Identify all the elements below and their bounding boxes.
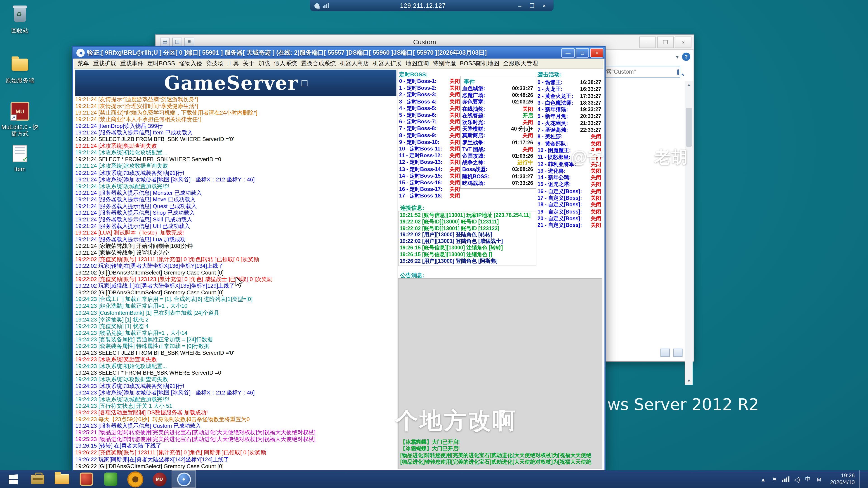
gameserver-titlebar[interactable]: ◄ 验证:[ 9Rfxg\BRL@rilh;U ] 分区[ 0 ]端口[ 559… — [73, 47, 604, 59]
taskbar-clock[interactable]: 19:26 2026/4/10 — [827, 473, 855, 486]
open-icon[interactable]: ◳ — [172, 38, 182, 46]
minimize-button[interactable]: – — [640, 37, 656, 48]
close-button[interactable]: × — [590, 48, 603, 58]
rdp-close-button[interactable]: × — [538, 1, 550, 10]
menu-item[interactable]: 关于 — [243, 59, 254, 67]
taskbar-item-mu-red-app[interactable] — [74, 470, 98, 488]
log-line: 19:21:24 [冰攻系统]攻城配置加载完毕! — [75, 183, 396, 190]
desktop-icon-item[interactable]: ✓ Item — [0, 143, 40, 172]
close-button[interactable]: × — [675, 37, 691, 48]
taskbar-item-file-explorer[interactable] — [50, 470, 74, 488]
desktop-icon-recycle-bin[interactable]: 回收站 — [0, 4, 40, 34]
grid-view-icon[interactable] — [660, 349, 670, 357]
taskbar-item-mu-launcher[interactable]: MU — [147, 470, 172, 488]
print-icon[interactable]: ≡ — [184, 38, 194, 46]
taskbar-item-server-manager[interactable] — [26, 470, 50, 488]
boss-name: 9 - 定时Boss-10: — [399, 139, 439, 145]
tray-input-indicator[interactable]: M — [816, 476, 822, 482]
rdp-minimize-button[interactable]: – — [514, 1, 526, 10]
connection-line: 19:22:02 [用户][13000] 登陆角色 [转转] — [400, 232, 535, 238]
save-icon[interactable]: ▤ — [160, 38, 170, 46]
log-panel[interactable]: 19:21:24 [友情提示*]适度游戏益脑*沉迷游戏伤身*]19:21:24 … — [75, 96, 396, 469]
scrollbar[interactable]: ▲ ▼ — [685, 81, 692, 385]
log-line: 19:24:23 [CustomItemBank] [1] 已在列表中加载 [2… — [75, 310, 396, 316]
rdp-restore-button[interactable]: ❐ — [526, 1, 538, 10]
shortcut-arrow-icon: ↗ — [11, 115, 17, 121]
chevron-down-icon[interactable]: ▾ — [676, 54, 679, 60]
menu-item[interactable]: 怪物入侵 — [179, 59, 202, 67]
event-row: 在线抽奖: 关闭 — [462, 105, 533, 112]
menu-item[interactable]: 工具 — [227, 59, 239, 67]
raid-state: 关闭 — [591, 222, 601, 229]
menu-bar: 菜单重载扩展重载事件定时BOSS怪物入侵竞技场工具关于加载假人系统置换合成系统机… — [74, 59, 603, 69]
start-button[interactable] — [0, 470, 26, 488]
menu-item[interactable]: 重载扩展 — [93, 59, 116, 67]
taskbar-item-sunflower-app[interactable] — [123, 470, 147, 488]
taskbar-item-green-app[interactable] — [98, 470, 123, 488]
event-row: 罗兰战争: 01:17:26 — [462, 139, 533, 146]
scroll-down-arrow[interactable]: ▼ — [685, 377, 692, 385]
menu-item[interactable]: 假人系统 — [274, 59, 297, 67]
log-line: 19:24:23 [冰攻系统]初始化攻城配置... — [75, 363, 396, 369]
log-line: 19:24:23 SELECT * FROM BFB_SBK WHERE Ser… — [75, 369, 396, 377]
menu-item[interactable]: 地图查询 — [405, 59, 429, 67]
raid-row: 19 - 自定义[Boss]: 关闭 — [537, 208, 601, 215]
maximize-button[interactable]: □ — [576, 48, 589, 58]
boss-state: 关闭 — [450, 132, 460, 139]
raid-name: 4 - 新年猎猫: — [537, 106, 568, 113]
maximize-button[interactable]: ❐ — [657, 37, 674, 48]
show-desktop-button[interactable] — [859, 470, 864, 488]
raid-state: 21:33:27 — [580, 120, 601, 127]
desktop-icon-muedit[interactable]: MU↗ MuEdit2.0 - 快捷方式 — [0, 101, 40, 137]
timed-boss-header: 定时BOSS: — [399, 71, 428, 78]
tray-network-icon[interactable] — [782, 477, 789, 482]
event-name: 随机BOSS: — [462, 173, 489, 180]
menu-item[interactable]: 竞技场 — [206, 59, 223, 67]
tray-chevron-up-icon[interactable]: ▲ — [760, 476, 766, 482]
banner-title: GameServer — [164, 72, 298, 94]
scrollbar-thumb[interactable] — [686, 108, 692, 147]
raid-row: 6 - 火花幽灵: 21:33:27 — [537, 120, 601, 127]
search-input[interactable] — [598, 69, 677, 75]
search-icon[interactable] — [677, 69, 679, 75]
scroll-up-arrow[interactable]: ▲ — [685, 81, 692, 89]
list-view-icon[interactable] — [673, 349, 683, 357]
search-box[interactable] — [597, 66, 680, 78]
menu-item[interactable]: BOSS随机地图 — [460, 59, 499, 67]
timed-boss-row: 10 - 定时Boss-11: 关闭 — [399, 145, 460, 152]
timed-boss-row: 7 - 定时Boss-8: 关闭 — [399, 125, 460, 132]
connection-line: 19:21:52 [账号信息][13001] 玩家IP地址 [223.78.25… — [400, 212, 535, 219]
event-name: TvT 团战: — [462, 146, 485, 153]
tray-flag-icon[interactable]: ⚑ — [771, 476, 777, 482]
raid-state: 关闭 — [591, 181, 601, 188]
menu-item[interactable]: 机器人商店 — [340, 59, 369, 67]
menu-item[interactable]: 重载事件 — [120, 59, 143, 67]
window-title: 验证:[ 9Rfxg\BRL@rilh;U ] 分区[ 0 ]端口[ 55901… — [87, 49, 560, 57]
window-icon[interactable]: ◄ — [76, 49, 85, 57]
event-state: 00:48:26 — [512, 92, 533, 99]
menu-item[interactable]: 菜单 — [78, 59, 89, 67]
raid-state: 16:38:27 — [580, 79, 601, 86]
editor-statusbar-icons — [660, 349, 683, 357]
rdp-connection-bar[interactable]: 129.211.12.127 – ❐ × — [310, 0, 554, 11]
desktop-icon-server-folder[interactable]: 原始服务端 — [0, 54, 40, 84]
menu-item[interactable]: 全服聊天管理 — [503, 59, 538, 67]
boss-name: 11 - 定时Boss-12: — [399, 152, 442, 159]
taskbar-item-gameserver[interactable]: ✦ — [172, 470, 196, 488]
event-row: 莫斯商店: 关闭 — [462, 132, 533, 139]
menu-item[interactable]: 定时BOSS — [147, 59, 175, 67]
minimize-button[interactable]: — — [561, 48, 575, 58]
connections-panel[interactable]: 19:21:52 [账号信息][13001] 玩家IP地址 [223.78.25… — [398, 211, 536, 266]
menu-item[interactable]: 置换合成系统 — [301, 59, 336, 67]
log-line: 19:22:02 玩家[威猛战士]在[勇者大陆坐标X[135]坐标Y[129]上… — [75, 283, 396, 290]
tray-language-indicator[interactable]: 中 — [805, 475, 811, 483]
menu-item[interactable]: 特别附魔 — [433, 59, 456, 67]
help-button[interactable]: ? — [682, 53, 690, 61]
menu-item[interactable]: 加载 — [258, 59, 270, 67]
timed-boss-row: 4 - 定时Boss-5: 关闭 — [399, 105, 460, 112]
announcements-panel[interactable]: 【冰霜蝴蝶】大门已开启!【冰霜蝴蝶】大门已开启![物品进化]转转您使用[完美的进… — [398, 278, 602, 469]
tray-volume-icon[interactable]: ◁) — [794, 476, 800, 482]
menu-item[interactable]: 机器人扩展 — [373, 59, 402, 67]
pin-icon[interactable] — [314, 3, 319, 8]
boss-name: 13 - 定时Boss-14: — [399, 166, 442, 173]
